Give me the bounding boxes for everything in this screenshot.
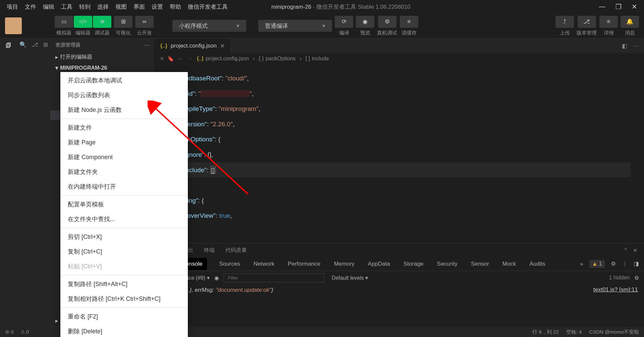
cm-删除  [Del[interactable]: 删除 [Delete] [60, 324, 188, 337]
status-errors[interactable]: ⊘ 0 [5, 329, 14, 335]
more-actions-icon[interactable]: ⋯ [633, 43, 639, 50]
minimize-button[interactable]: — [599, 3, 605, 11]
hidden-count[interactable]: 1 hidden [609, 275, 630, 281]
indent-info[interactable]: 空格: 4 [566, 329, 582, 335]
filter-input[interactable] [224, 273, 324, 282]
menu-settings[interactable]: 设置 [148, 3, 166, 11]
visual-button[interactable]: ⊞ [114, 16, 132, 28]
compile-dropdown[interactable]: 普通编译 [258, 20, 332, 32]
list-icon[interactable]: ≡ [160, 56, 163, 62]
cm-新建文件[interactable]: 新建文件 [60, 120, 188, 135]
cursor-position[interactable]: 行 8，列 22 [532, 329, 558, 335]
dtab-security[interactable]: Security [436, 258, 459, 270]
project-section[interactable]: ▾MINIPROGRAM-26 [50, 63, 154, 73]
json-icon: {..} [160, 43, 167, 49]
console-link[interactable]: text01.js? [sm]:11 [593, 286, 638, 293]
tab-codequality[interactable]: 代码质量 [225, 247, 247, 254]
dtab-memory[interactable]: Memory [332, 258, 356, 270]
dtab-sources[interactable]: Sources [218, 258, 241, 270]
cm-新建 Node.[interactable]: 新建 Node.js 云函数 [60, 103, 188, 117]
back-icon[interactable]: ← [178, 56, 183, 62]
cloud-button[interactable]: ∞ [135, 16, 154, 28]
message-button[interactable]: 🔔 [621, 16, 639, 28]
menu-view[interactable]: 视图 [112, 3, 130, 11]
tab-terminal[interactable]: 终端 [204, 247, 215, 254]
dtab-storage[interactable]: Storage [402, 258, 425, 270]
menu-edit[interactable]: 编辑 [40, 3, 58, 11]
cm-复制相对路径  [interactable]: 复制相对路径 [Ctrl+K Ctrl+Shift+C] [60, 291, 188, 306]
tab-project-config[interactable]: {..} project.config.json ✕ [154, 39, 231, 53]
code-editor[interactable]: "cloudbaseRoot": "cloud/", "appid": "xxx… [154, 64, 644, 243]
simulator-button[interactable]: ▭ [55, 16, 73, 28]
debugger-button[interactable]: ≋ [93, 16, 111, 28]
cm-开启云函数本地调[interactable]: 开启云函数本地调试 [60, 73, 188, 88]
editor-button[interactable]: </> [74, 16, 92, 28]
context-menu: 开启云函数本地调试同步云函数列表新建 Node.js 云函数新建文件新建 Pag… [60, 72, 188, 337]
gear-icon[interactable]: ⚙ [611, 260, 616, 267]
console-gear-icon[interactable]: ⚙ [634, 275, 639, 281]
dtab-audits[interactable]: Audits [528, 258, 546, 270]
window-title: miniprogram-26 - 微信开发者工具 Stable 1.06.220… [271, 3, 411, 11]
explorer-icon[interactable]: 🗐 [4, 41, 13, 51]
search-icon[interactable]: 🔍 [19, 41, 26, 48]
upload-button[interactable]: ⤴ [555, 16, 574, 28]
cm-新建 Compo[interactable]: 新建 Component [60, 150, 188, 164]
cm-重命名  [F2[interactable]: 重命名 [F2] [60, 309, 188, 324]
open-editors-section[interactable]: ▸打开的编辑器 [50, 52, 154, 63]
dtab-appdata[interactable]: AppData [367, 258, 391, 270]
menu-ui[interactable]: 界面 [130, 3, 148, 11]
dtab-performance[interactable]: Performance [286, 258, 322, 270]
cm-复制  [Ctr[interactable]: 复制 [Ctrl+C] [60, 244, 188, 259]
dtab-sensor[interactable]: Sensor [470, 258, 490, 270]
status-warnings[interactable]: ⚠ 0 [20, 329, 29, 335]
close-button[interactable]: ✕ [632, 3, 637, 11]
remote-debug-button[interactable]: ⚙ [378, 16, 396, 28]
cm-同步云函数列表[interactable]: 同步云函数列表 [60, 88, 188, 103]
forward-icon[interactable]: → [187, 56, 193, 62]
dtab-network[interactable]: Network [252, 258, 276, 270]
preview-button[interactable]: ◉ [356, 16, 374, 28]
panel-close-icon[interactable]: ✕ [633, 247, 637, 254]
eye-icon[interactable]: ◉ [214, 275, 219, 281]
panel-up-icon[interactable]: ^ [624, 247, 627, 254]
breadcrumb[interactable]: ≡ 🔖 ← → {..} project.config.json › { } p… [154, 53, 644, 64]
menu-bar: 项目 文件 编辑 工具 转到 选择 视图 界面 设置 帮助 微信开发者工具 mi… [0, 0, 644, 13]
menu-icon[interactable]: ⋮ [622, 260, 628, 267]
cm-剪切  [Ctr[interactable]: 剪切 [Ctrl+X] [60, 229, 188, 244]
maximize-button[interactable]: ❐ [615, 3, 622, 11]
menu-file[interactable]: 文件 [21, 3, 40, 11]
menu-select[interactable]: 选择 [94, 3, 112, 11]
detail-button[interactable]: ≡ [599, 16, 618, 28]
watermark: CSDN @momo不安啦 [589, 329, 639, 335]
compile-button[interactable]: ⟳ [335, 16, 353, 28]
cm-配置单页模板[interactable]: 配置单页模板 [60, 197, 188, 212]
menu-wxdev[interactable]: 微信开发者工具 [184, 3, 231, 11]
bookmark-icon[interactable]: 🔖 [167, 56, 174, 62]
dtab-mock[interactable]: Mock [501, 258, 518, 270]
ext-icon[interactable]: ⊞ [43, 41, 48, 48]
menu-goto[interactable]: 转到 [76, 3, 94, 11]
cm-粘贴  [Ctr: 粘贴 [Ctrl+V] [60, 259, 188, 274]
cm-复制路径  [S[interactable]: 复制路径 [Shift+Alt+C] [60, 277, 188, 291]
cm-新建 Page[interactable]: 新建 Page [60, 135, 188, 150]
version-button[interactable]: ⎇ [578, 16, 596, 28]
close-tab-icon[interactable]: ✕ [220, 43, 225, 50]
split-editor-icon[interactable]: ◧ [622, 43, 627, 50]
menu-help[interactable]: 帮助 [166, 3, 184, 11]
menu-tool[interactable]: 工具 [58, 3, 76, 11]
cm-在文件夹中查找.[interactable]: 在文件夹中查找... [60, 212, 188, 226]
log-levels[interactable]: Default levels ▾ [332, 275, 368, 281]
menu-project[interactable]: 项目 [3, 3, 21, 11]
warning-badge[interactable]: ▲1 [589, 260, 605, 268]
mode-dropdown[interactable]: 小程序模式 [172, 20, 246, 32]
cm-在内建终端中打开[interactable]: 在内建终端中打开 [60, 179, 188, 194]
more-tabs-icon[interactable]: » [580, 261, 583, 267]
sidebar-more-icon[interactable]: ⋯ [144, 42, 149, 48]
clear-cache-button[interactable]: ≡ [400, 16, 418, 28]
avatar[interactable] [5, 17, 22, 34]
activity-bar: 🗐 [0, 39, 17, 327]
cm-新建文件夹[interactable]: 新建文件夹 [60, 164, 188, 179]
git-icon[interactable]: ⎇ [32, 41, 38, 48]
dock-icon[interactable]: ◨ [634, 260, 639, 267]
devtools-tabs: Wxml Console Sources Network Performance… [154, 257, 644, 271]
